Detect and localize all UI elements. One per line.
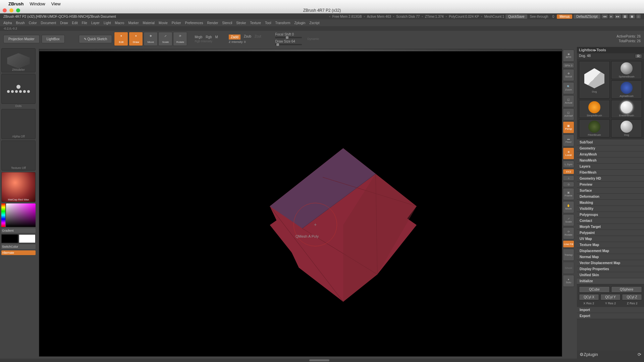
alternate-button[interactable]: Alternate	[1, 250, 36, 255]
rotate-view-button[interactable]: ⟳Rotate	[563, 227, 574, 239]
menu-stencil[interactable]: Stencil	[222, 21, 232, 25]
menu-file[interactable]: File	[82, 21, 87, 25]
bottom-scrollbar[interactable]	[0, 359, 644, 362]
projection-master-button[interactable]: Projection Master	[3, 35, 40, 43]
move-view-button[interactable]: ✋Move	[563, 201, 574, 213]
scale-view-button[interactable]: ⤢Scale	[563, 214, 574, 226]
draw-size-value[interactable]: 64	[291, 40, 295, 43]
scale-button[interactable]: ⤢Scale	[158, 32, 172, 46]
section-import[interactable]: Import	[577, 307, 644, 313]
aahalf-button[interactable]: ◱AAHalf	[563, 108, 574, 120]
tool-simplebrush[interactable]: SimpleBrush	[579, 100, 610, 118]
yres-value[interactable]: Y Res 2	[601, 302, 621, 305]
zplugin-row[interactable]: ⚙ Zplugin ⟳	[577, 350, 644, 359]
scrollbar-thumb[interactable]	[309, 359, 329, 361]
menu-alpha[interactable]: Alpha	[3, 21, 12, 25]
menu-macro[interactable]: Macro	[115, 21, 124, 25]
qcube-button[interactable]: QCube	[579, 286, 610, 293]
minimize-icon[interactable]	[9, 8, 13, 12]
defaultzscript-button[interactable]: DefaultZScript	[574, 14, 600, 19]
history-play-icon[interactable]: ▸	[609, 14, 613, 18]
tool-active[interactable]: Dog	[579, 61, 610, 99]
zmodeler-slot[interactable]: ZModeler	[1, 48, 36, 72]
section-arraymesh[interactable]: ArrayMesh	[577, 152, 644, 158]
section-masking[interactable]: Masking	[577, 200, 644, 206]
view-menu[interactable]: View	[51, 1, 61, 6]
menu-preferences[interactable]: Preferences	[185, 21, 203, 25]
transp-button[interactable]: Transp	[563, 249, 574, 261]
section-vectordisp[interactable]: Vector Displacement Map	[577, 260, 644, 266]
section-unifiedskin[interactable]: Unified Skin	[577, 272, 644, 278]
menu-brush[interactable]: Brush	[16, 21, 25, 25]
section-geometryhd[interactable]: Geometry HD	[577, 176, 644, 182]
linefill-button[interactable]: Line Fill	[563, 240, 574, 248]
seethrough-value[interactable]: 0	[552, 15, 554, 18]
section-preview[interactable]: Preview	[577, 182, 644, 188]
z-intensity-value[interactable]: 0	[244, 40, 246, 44]
menu-edit[interactable]: Edit	[72, 21, 78, 25]
focal-shift-value[interactable]: 0	[292, 33, 294, 36]
menu-transform[interactable]: Transform	[275, 21, 290, 25]
texture-slot[interactable]: Texture Off	[1, 140, 36, 171]
menu-layer[interactable]: Layer	[91, 21, 100, 25]
switchcolor-button[interactable]: SwitchColor	[1, 244, 36, 249]
menu-color[interactable]: Color	[29, 21, 37, 25]
menu-zplugin[interactable]: Zplugin	[294, 21, 306, 25]
menu-marker[interactable]: Marker	[128, 21, 139, 25]
quicksketch-button[interactable]: ✎ Quick Sketch	[79, 35, 112, 43]
lightbox-tools-header[interactable]: Lightbox▸Tools	[577, 47, 644, 53]
maximize-icon[interactable]	[16, 8, 20, 12]
section-polypaint[interactable]: Polypaint	[577, 230, 644, 236]
menu-render[interactable]: Render	[207, 21, 218, 25]
move-button[interactable]: ✥Move	[144, 32, 158, 46]
brush-stroke-slot[interactable]	[1, 74, 36, 104]
axis-y-icon[interactable]: ⊥	[563, 175, 574, 181]
section-polygroups[interactable]: Polygroups	[577, 212, 644, 218]
frame-button[interactable]: ▣Frame	[563, 188, 574, 200]
xyz-button[interactable]: XYZ	[563, 169, 574, 174]
section-subtool[interactable]: SubTool	[577, 139, 644, 145]
close-icon[interactable]	[3, 8, 7, 12]
edit-button[interactable]: ✦Edit	[114, 32, 128, 46]
draw-button[interactable]: ✦Draw	[129, 32, 143, 46]
zsub-button[interactable]: Zsub	[244, 35, 251, 40]
spix-button[interactable]: SPix 3	[563, 63, 574, 68]
material-slot[interactable]: MatCap Red Wax	[1, 172, 36, 202]
history-prev-icon[interactable]: ◂◂	[602, 14, 608, 18]
qsphere-button[interactable]: QSphere	[611, 286, 642, 293]
section-displayprops[interactable]: Display Properties	[577, 266, 644, 272]
history-next-icon[interactable]: ▸▸	[615, 14, 621, 18]
xres-value[interactable]: X Res 2	[579, 302, 599, 305]
menus-button[interactable]: Menus	[557, 14, 572, 19]
color-picker[interactable]	[6, 203, 36, 227]
rotate-button[interactable]: ⟳Rotate	[173, 32, 187, 46]
tool-fiberbrush[interactable]: FiberBrush	[579, 119, 610, 137]
refresh-icon[interactable]: ⟳	[638, 352, 641, 357]
layout2-icon[interactable]: ▣	[629, 14, 635, 18]
mrgb-button[interactable]: Mrgb	[195, 35, 202, 39]
menu-draw[interactable]: Draw	[60, 21, 68, 25]
r-button[interactable]: R	[635, 54, 642, 58]
zoom-button[interactable]: 🔍Zoom	[563, 82, 574, 94]
scroll-button[interactable]: ✥Scroll	[563, 69, 574, 81]
bpr-button[interactable]: ◉BPR	[563, 50, 574, 62]
tool-alphabrush[interactable]: AlphaBrush	[611, 80, 642, 99]
section-export[interactable]: Export	[577, 313, 644, 319]
qcylz-button[interactable]: QCyl Z	[622, 294, 642, 300]
layout-icon[interactable]: ▦	[622, 14, 628, 18]
menu-zscript[interactable]: Zscript	[309, 21, 319, 25]
section-visibility[interactable]: Visibility	[577, 206, 644, 212]
floor-button[interactable]: ▬Floor	[563, 134, 574, 146]
color-swatch-white[interactable]	[19, 234, 36, 243]
window-menu[interactable]: Window	[30, 1, 45, 6]
quicksave-button[interactable]: QuickSave	[505, 14, 527, 19]
zcut-button[interactable]: Zcut	[255, 35, 261, 40]
canvas[interactable]: QMesh A Poly	[39, 49, 562, 357]
section-initialize[interactable]: Initialize	[577, 278, 644, 284]
section-layers[interactable]: Layers	[577, 164, 644, 170]
section-morphtarget[interactable]: Morph Target	[577, 224, 644, 230]
section-geometry[interactable]: Geometry	[577, 145, 644, 152]
rgb-button[interactable]: Rgb	[206, 35, 212, 39]
section-normalmap[interactable]: Normal Map	[577, 254, 644, 260]
tool-spherebrush[interactable]: SphereBrush	[611, 61, 642, 79]
